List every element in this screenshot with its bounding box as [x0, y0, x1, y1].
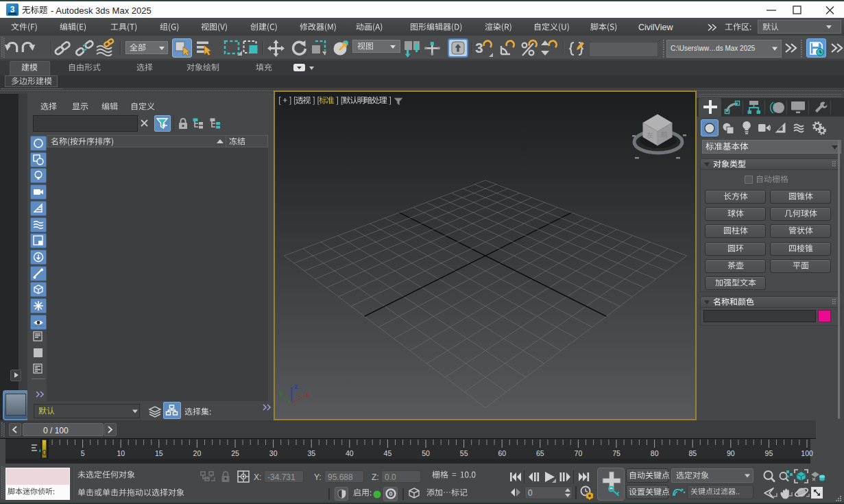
svg-text:3: 3 — [475, 40, 483, 56]
svg-text:z: z — [294, 382, 298, 390]
svg-text:y: y — [279, 389, 283, 397]
svg-text:3: 3 — [10, 5, 15, 14]
svg-text:0: 0 — [389, 490, 392, 497]
svg-text:x: x — [306, 390, 310, 398]
